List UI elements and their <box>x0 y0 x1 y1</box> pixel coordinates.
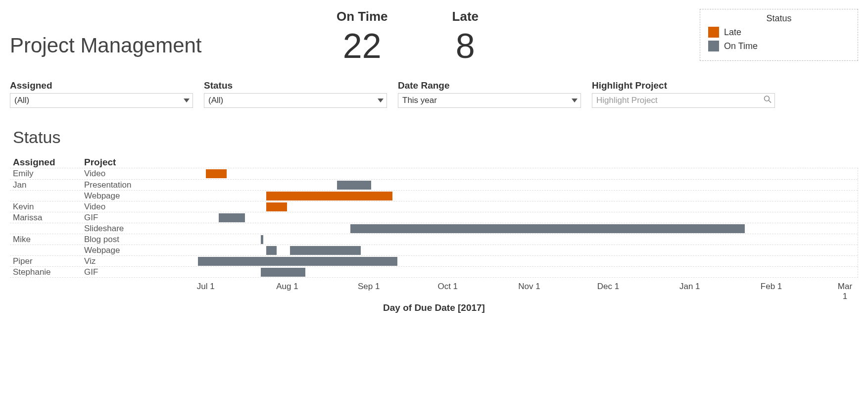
cell-assigned <box>10 223 84 234</box>
page-title: Project Management <box>10 34 287 57</box>
filter-assigned-label: Assigned <box>10 80 193 91</box>
gantt-chart: Assigned Project EmilyVideoJanPresentati… <box>10 157 858 313</box>
chevron-down-icon <box>572 99 578 102</box>
cell-project: Blog post <box>84 234 158 245</box>
axis-tick: Jul 1 <box>197 282 215 292</box>
cell-project: Video <box>84 168 158 179</box>
axis-tick: Jan 1 <box>679 282 700 292</box>
axis-tick: Oct 1 <box>437 282 458 292</box>
table-row: PiperViz <box>10 255 858 266</box>
table-row: MarissaGIF <box>10 212 858 223</box>
section-title: Status <box>13 128 858 147</box>
status-value: (All) <box>208 96 223 105</box>
track <box>158 223 858 234</box>
filter-daterange: Date Range This year <box>398 80 581 108</box>
cell-assigned <box>10 191 84 201</box>
track <box>158 212 858 223</box>
svg-point-0 <box>765 96 770 101</box>
cell-project: Slideshare <box>84 223 158 234</box>
gantt-bar[interactable] <box>266 192 392 200</box>
legend: Status Late On Time <box>700 9 858 61</box>
legend-label-ontime: On Time <box>724 41 758 51</box>
legend-item-ontime[interactable]: On Time <box>708 41 850 51</box>
chevron-down-icon <box>184 99 190 102</box>
table-row: KevinVideo <box>10 201 858 212</box>
gantt-bar[interactable] <box>266 202 287 211</box>
track <box>158 267 858 277</box>
gantt-bar[interactable] <box>261 268 305 277</box>
col-header-project: Project <box>84 157 158 168</box>
gantt-rows: EmilyVideoJanPresentationWebpageKevinVid… <box>10 168 858 278</box>
table-row: StephanieGIF <box>10 266 858 277</box>
filter-highlight: Highlight Project Highlight Project <box>592 80 775 108</box>
cell-project: GIF <box>84 212 158 223</box>
track <box>158 245 858 255</box>
cell-assigned: Kevin <box>10 201 84 212</box>
track <box>158 168 858 179</box>
filter-highlight-label: Highlight Project <box>592 80 775 91</box>
filter-status: Status (All) <box>204 80 387 108</box>
legend-label-late: Late <box>724 27 741 38</box>
x-axis: Jul 1Aug 1Sep 1Oct 1Nov 1Dec 1Jan 1Feb 1… <box>158 278 858 292</box>
kpi-ontime-value: 22 <box>337 27 388 65</box>
highlight-placeholder: Highlight Project <box>596 96 658 105</box>
column-headers: Assigned Project <box>10 157 858 168</box>
gantt-bar[interactable] <box>261 235 263 244</box>
legend-title: Status <box>708 13 850 24</box>
cell-assigned: Jan <box>10 180 84 190</box>
track <box>158 201 858 212</box>
status-select[interactable]: (All) <box>204 93 387 108</box>
kpi-group: On Time 22 Late 8 <box>337 9 479 65</box>
daterange-value: This year <box>402 96 437 105</box>
kpi-late: Late 8 <box>452 9 479 65</box>
kpi-ontime-label: On Time <box>337 9 388 24</box>
col-header-assigned: Assigned <box>10 157 84 168</box>
search-icon <box>764 96 772 106</box>
gantt-bar[interactable] <box>337 181 371 190</box>
axis-tick: Feb 1 <box>761 282 782 292</box>
gantt-bar[interactable] <box>350 224 745 233</box>
gantt-bar[interactable] <box>266 246 277 255</box>
axis-tick: Aug 1 <box>276 282 298 292</box>
axis-title: Day of Due Date [2017] <box>10 302 858 313</box>
gantt-bar[interactable] <box>206 169 227 178</box>
axis-tick: Sep 1 <box>358 282 380 292</box>
cell-project: Webpage <box>84 191 158 201</box>
track <box>158 256 858 266</box>
cell-project: GIF <box>84 267 158 277</box>
gantt-bar[interactable] <box>198 257 398 266</box>
gantt-bar[interactable] <box>290 246 361 255</box>
filters: Assigned (All) Status (All) Date Range T… <box>10 80 858 108</box>
cell-assigned: Mike <box>10 234 84 245</box>
kpi-late-value: 8 <box>452 27 479 65</box>
highlight-input[interactable]: Highlight Project <box>592 93 775 108</box>
legend-swatch-ontime <box>708 41 719 51</box>
filter-daterange-label: Date Range <box>398 80 581 91</box>
track <box>158 234 858 245</box>
table-row: Webpage <box>10 190 858 201</box>
cell-project: Presentation <box>84 180 158 190</box>
cell-assigned: Piper <box>10 256 84 266</box>
gantt-bar[interactable] <box>219 213 245 222</box>
cell-project: Viz <box>84 256 158 266</box>
track <box>158 180 858 190</box>
assigned-value: (All) <box>14 96 29 105</box>
kpi-ontime: On Time 22 <box>337 9 388 65</box>
table-row: MikeBlog post <box>10 234 858 245</box>
table-row: Slideshare <box>10 223 858 234</box>
daterange-select[interactable]: This year <box>398 93 581 108</box>
filter-assigned: Assigned (All) <box>10 80 193 108</box>
axis-tick: Dec 1 <box>597 282 619 292</box>
table-row: EmilyVideo <box>10 168 858 179</box>
chevron-down-icon <box>378 99 384 102</box>
table-row: JanPresentation <box>10 179 858 190</box>
kpi-late-label: Late <box>452 9 479 24</box>
cell-project: Video <box>84 201 158 212</box>
filter-status-label: Status <box>204 80 387 91</box>
svg-line-1 <box>769 100 772 103</box>
legend-item-late[interactable]: Late <box>708 27 850 38</box>
cell-assigned: Marissa <box>10 212 84 223</box>
axis-tick: Nov 1 <box>518 282 540 292</box>
assigned-select[interactable]: (All) <box>10 93 193 108</box>
header: Project Management On Time 22 Late 8 Sta… <box>10 9 858 65</box>
